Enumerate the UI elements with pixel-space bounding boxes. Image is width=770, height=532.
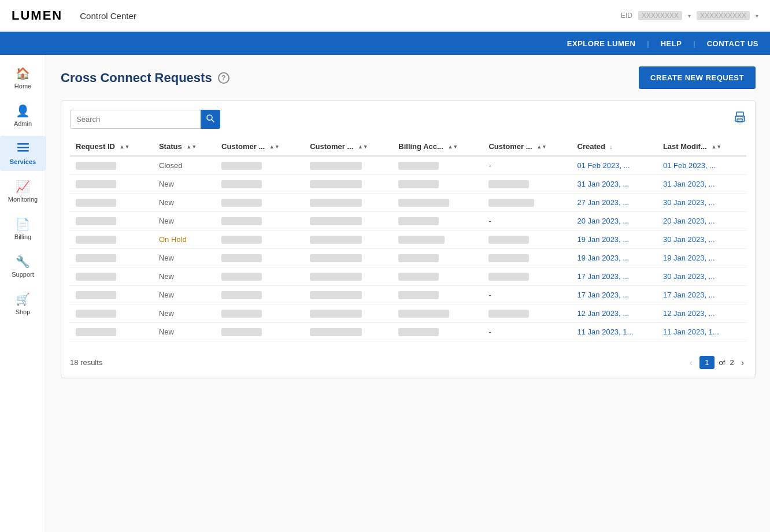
monitoring-icon: 📈: [16, 180, 30, 194]
page-title-group: Cross Connect Requests ?: [61, 70, 229, 85]
table-row[interactable]: XXXXXXXX New TXXX LAT PRO Tax... XXXXXXX…: [70, 194, 746, 212]
sidebar-item-billing[interactable]: 📄 Billing: [0, 211, 46, 246]
cell-billing-8: XXXXXXXXXXX: [393, 304, 483, 323]
table-row[interactable]: XXXXXXXX New 1 TXXX SUNDAY LAT 1 XXXXXXX…: [70, 175, 746, 194]
search-button[interactable]: [201, 110, 220, 129]
cell-c3-4: Any Test: [483, 230, 571, 249]
sort-billing[interactable]: ▲▼: [447, 144, 458, 150]
col-created[interactable]: Created ↓: [572, 137, 657, 156]
cell-c1-3: TXXX: [216, 212, 304, 230]
col-customer3[interactable]: Customer ... ▲▼: [483, 137, 571, 156]
top-header: LUMEN Control Center EID XXXXXXXX ▾ XXXX…: [0, 0, 770, 32]
col-last-modif[interactable]: Last Modif... ▲▼: [657, 137, 746, 156]
sidebar-item-admin[interactable]: 👤 Admin: [0, 98, 46, 133]
search-input[interactable]: [70, 110, 220, 129]
print-icon[interactable]: [734, 111, 746, 127]
sidebar: 🏠 Home 👤 Admin Services 📈 Monitoring 📄 B…: [0, 55, 46, 532]
sort-request-id[interactable]: ▲▼: [120, 144, 130, 150]
cell-modified-4: 30 Jan 2023, ...: [657, 230, 746, 249]
sidebar-item-home[interactable]: 🏠 Home: [0, 61, 46, 95]
cell-request-id-2: XXXXXXXX: [70, 194, 153, 212]
cell-created-9: 11 Jan 2023, 1...: [572, 323, 657, 341]
cell-modified-3: 20 Jan 2023, ...: [657, 212, 746, 230]
requests-table: Request ID ▲▼ Status ▲▼ Customer ... ▲▼: [70, 137, 746, 341]
page-1-button[interactable]: 1: [699, 356, 714, 369]
col-status[interactable]: Status ▲▼: [153, 137, 216, 156]
cell-request-id-8: XXXXXXX: [70, 304, 153, 323]
table-row[interactable]: XXXXXXXX New TXXX LAT PRO Tax... 1 XXXXX…: [70, 267, 746, 286]
next-page-button[interactable]: ›: [739, 358, 746, 368]
cell-status-7: New: [153, 286, 216, 304]
col-request-id[interactable]: Request ID ▲▼: [70, 137, 153, 156]
cell-modified-9: 11 Jan 2023, 1...: [657, 323, 746, 341]
search-input-wrapper: [70, 110, 220, 129]
contact-us-link[interactable]: CONTACT US: [707, 39, 758, 48]
help-link[interactable]: HELP: [661, 39, 682, 48]
page-nav: ‹ 1 of 2 ›: [687, 356, 746, 369]
table-row[interactable]: XXXXXXXX New 1 TXXX SUNDAY LAT 1 XXXXXXX…: [70, 323, 746, 341]
cell-modified-7: 17 Jan 2023, ...: [657, 286, 746, 304]
cell-c3-3: -: [483, 212, 571, 230]
cell-created-7: 17 Jan 2023, ...: [572, 286, 657, 304]
cell-c3-1: test pmt: [483, 175, 571, 194]
pagination: 18 results ‹ 1 of 2 ›: [70, 350, 746, 369]
table-row[interactable]: XXXXXXX New TXXX LAT PRO Tax... 1 XXXXXX…: [70, 212, 746, 230]
create-new-request-button[interactable]: CREATE NEW REQUEST: [639, 66, 756, 89]
cell-billing-2: XXXXXXXXXXX: [393, 194, 483, 212]
sort-customer3[interactable]: ▲▼: [536, 144, 547, 150]
sidebar-label-shop: Shop: [16, 308, 31, 315]
sidebar-label-home: Home: [14, 83, 31, 90]
eid-value: XXXXXXXX: [638, 11, 682, 20]
cell-modified-0: 01 Feb 2023, ...: [657, 156, 746, 175]
cell-c1-2: TXXX: [216, 194, 304, 212]
table-row[interactable]: XXXXXXX Closed 1 TXXX SUNDAY LAT 1 XXXXX…: [70, 156, 746, 175]
col-customer2[interactable]: Customer ... ▲▼: [304, 137, 393, 156]
sidebar-item-services[interactable]: Services: [0, 136, 46, 171]
prev-page-button[interactable]: ‹: [687, 358, 695, 368]
cell-c1-7: 1 TXXX: [216, 286, 304, 304]
table-row[interactable]: XXXXXXXX New TXXX LAT PRO Tax... 1 XXXXX…: [70, 249, 746, 267]
table-row[interactable]: XXXXXXXX New 1 TXXX SUNDAY LAT 1 XXXXXXX…: [70, 286, 746, 304]
cell-c2-6: LAT PRO Tax...: [304, 267, 393, 286]
sidebar-item-monitoring[interactable]: 📈 Monitoring: [0, 174, 46, 209]
table-row[interactable]: XXXXXXXX On Hold 1 TXXX SUNDAY LAT 1 XXX…: [70, 230, 746, 249]
cell-request-id-5: XXXXXXXX: [70, 249, 153, 267]
cell-c3-6: test pmt23: [483, 267, 571, 286]
table-header-row: Request ID ▲▼ Status ▲▼ Customer ... ▲▼: [70, 137, 746, 156]
total-pages: 2: [730, 358, 734, 367]
cell-status-9: New: [153, 323, 216, 341]
cell-modified-8: 12 Jan 2023, ...: [657, 304, 746, 323]
sidebar-item-shop[interactable]: 🛒 Shop: [0, 287, 46, 321]
cell-c3-5: XXXX test: [483, 249, 571, 267]
cell-c2-9: SUNDAY LAT 1: [304, 323, 393, 341]
sidebar-label-support: Support: [12, 271, 34, 278]
cell-modified-6: 30 Jan 2023, ...: [657, 267, 746, 286]
sort-customer2[interactable]: ▲▼: [358, 144, 368, 150]
svg-rect-1: [17, 147, 29, 148]
sidebar-label-services: Services: [10, 158, 36, 165]
user-dropdown-arrow[interactable]: ▾: [756, 13, 758, 19]
sort-created[interactable]: ↓: [610, 144, 613, 150]
sort-status[interactable]: ▲▼: [186, 144, 197, 150]
sidebar-label-monitoring: Monitoring: [8, 196, 38, 203]
cell-request-id-0: XXXXXXX: [70, 156, 153, 175]
table-row[interactable]: XXXXXXX New 1 TXXX SUNDAY LAT 1 XXXXXXXX…: [70, 304, 746, 323]
cell-created-1: 31 Jan 2023, ...: [572, 175, 657, 194]
explore-lumen-link[interactable]: EXPLORE LUMEN: [567, 39, 635, 48]
col-customer1[interactable]: Customer ... ▲▼: [216, 137, 304, 156]
sort-last-modif[interactable]: ▲▼: [711, 144, 721, 150]
svg-point-8: [743, 117, 744, 118]
billing-icon: 📄: [16, 217, 30, 231]
sort-customer1[interactable]: ▲▼: [269, 144, 280, 150]
eid-dropdown-arrow[interactable]: ▾: [688, 13, 691, 19]
col-billing[interactable]: Billing Acc... ▲▼: [393, 137, 483, 156]
cell-created-5: 19 Jan 2023, ...: [572, 249, 657, 267]
of-label: of: [719, 358, 725, 367]
help-icon[interactable]: ?: [218, 72, 229, 84]
sidebar-item-support[interactable]: 🔧 Support: [0, 249, 46, 284]
cell-status-1: New: [153, 175, 216, 194]
cell-c2-0: SUNDAY LAT 1: [304, 156, 393, 175]
page-title: Cross Connect Requests: [61, 70, 212, 85]
cell-billing-1: XXXXXXXX: [393, 175, 483, 194]
content-area: Cross Connect Requests ? CREATE NEW REQU…: [46, 55, 770, 532]
